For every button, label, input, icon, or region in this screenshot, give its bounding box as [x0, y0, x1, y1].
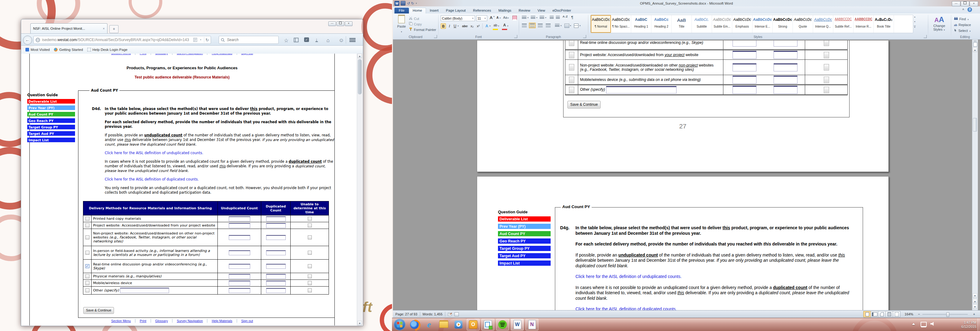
- paragraph-dialog-launcher[interactable]: [583, 35, 586, 38]
- font-color-button[interactable]: A: [502, 23, 507, 30]
- style-heading1[interactable]: AaBbCHeading 1: [631, 15, 651, 33]
- unduplicated-input[interactable]: [229, 250, 250, 255]
- tab-view[interactable]: View: [534, 8, 549, 13]
- link-help-materials[interactable]: Help Materials: [207, 319, 232, 323]
- start-button[interactable]: [394, 319, 406, 330]
- help-icon[interactable]: ?: [967, 7, 972, 12]
- restore-button[interactable]: [961, 1, 969, 6]
- method-checkbox[interactable]: [86, 217, 89, 221]
- duplicated-input[interactable]: [266, 235, 286, 240]
- zoom-level[interactable]: 164%: [905, 312, 913, 316]
- shrink-font-button[interactable]: A: [496, 16, 499, 19]
- scroll-down-icon[interactable]: ▼: [973, 293, 977, 298]
- grow-font-button[interactable]: A: [490, 15, 492, 20]
- change-case-button[interactable]: Aa▼: [503, 16, 509, 19]
- find-button[interactable]: Find ▼: [954, 16, 969, 21]
- tray-network-icon[interactable]: [921, 322, 927, 327]
- select-button[interactable]: Select ▼: [954, 27, 971, 33]
- unable-checkbox[interactable]: [308, 281, 312, 285]
- numbering-button[interactable]: [531, 16, 535, 19]
- unduplicated-input[interactable]: [229, 235, 250, 240]
- qat-dropdown-icon[interactable]: ▼: [415, 2, 417, 4]
- clear-formatting-icon[interactable]: [512, 16, 517, 21]
- tab-home[interactable]: Home: [409, 8, 426, 13]
- previous-page-icon[interactable]: ▲: [973, 299, 977, 304]
- tray-volume-icon[interactable]: [931, 322, 935, 326]
- bookmark-getting-started[interactable]: Getting Started: [54, 48, 83, 51]
- guide-target-group[interactable]: Target Group PY: [27, 125, 75, 130]
- method-checkbox[interactable]: [86, 281, 89, 285]
- zoom-slider-track[interactable]: [923, 314, 968, 315]
- underline-button[interactable]: U: [452, 23, 458, 29]
- style-intense-reference[interactable]: AABBCCDCIntense R...: [854, 15, 874, 33]
- styles-scroll-up-icon[interactable]: ▲: [914, 16, 916, 18]
- redo-icon[interactable]: ↻: [411, 1, 414, 5]
- unduplicated-input[interactable]: [229, 223, 250, 228]
- scrollbar-thumb[interactable]: [358, 59, 362, 94]
- zoom-slider-thumb[interactable]: [946, 312, 950, 317]
- style-normal[interactable]: AaBbCcDc¶ Normal: [591, 15, 611, 33]
- feedback-smiley-icon[interactable]: ☺: [339, 37, 344, 43]
- bookmark-most-visited[interactable]: Most Visited: [25, 48, 49, 51]
- taskbar-onenote-icon[interactable]: N: [525, 319, 538, 330]
- style-intense-emphasis[interactable]: AaBbCcDcIntense E...: [752, 15, 773, 33]
- collapse-ribbon-icon[interactable]: ^: [962, 8, 964, 12]
- split-handle[interactable]: [974, 40, 977, 42]
- unable-checkbox[interactable]: [308, 224, 312, 227]
- unduplicated-input[interactable]: [229, 274, 250, 279]
- clipboard-dialog-launcher[interactable]: [434, 35, 437, 38]
- style-heading2[interactable]: AaBbCcHeading 2: [651, 15, 671, 33]
- guide-deliverable-list[interactable]: Deliverable List: [27, 99, 75, 104]
- reader-mode-icon[interactable]: [193, 38, 197, 42]
- unable-checkbox[interactable]: [308, 264, 312, 268]
- multilevel-list-button[interactable]: [539, 16, 544, 19]
- search-input[interactable]: [226, 37, 274, 42]
- tab-close-icon[interactable]: ×: [103, 27, 105, 30]
- align-center-button[interactable]: [530, 24, 535, 27]
- macro-status-icon[interactable]: [455, 312, 459, 316]
- bookmark-star-icon[interactable]: ☆: [284, 37, 288, 44]
- close-button[interactable]: ×: [345, 21, 353, 26]
- duplicated-input[interactable]: [266, 216, 286, 221]
- link-print[interactable]: Print: [135, 319, 146, 323]
- tab-review[interactable]: Review: [515, 8, 534, 13]
- method-checkbox-checked[interactable]: ✓: [86, 264, 89, 268]
- restore-button[interactable]: [337, 21, 344, 26]
- save-icon[interactable]: [401, 1, 406, 5]
- scroll-up-icon[interactable]: ▲: [973, 48, 977, 52]
- link-survey-navigation[interactable]: Survey Navigation: [172, 54, 203, 55]
- unable-checkbox[interactable]: [308, 251, 312, 255]
- vertical-scrollbar[interactable]: ▲ ▼: [357, 54, 362, 326]
- method-checkbox[interactable]: [86, 224, 89, 227]
- urlbar-dropdown-icon[interactable]: ▼: [200, 39, 202, 41]
- print-layout-view-button[interactable]: [863, 311, 871, 317]
- web-layout-view-button[interactable]: [878, 311, 886, 317]
- link-section-menu[interactable]: Section Menu: [111, 319, 131, 323]
- tab-insert[interactable]: Insert: [426, 8, 442, 13]
- guide-impact-list[interactable]: Impact List: [27, 138, 75, 142]
- link-survey-navigation[interactable]: Survey Navigation: [172, 319, 203, 323]
- back-button[interactable]: ←: [23, 35, 32, 45]
- cut-button[interactable]: Cut: [409, 16, 419, 21]
- minimize-button[interactable]: —: [328, 21, 336, 26]
- undo-icon[interactable]: ↺: [407, 1, 410, 5]
- tray-clock[interactable]: 1:47 PM 6/12/2015: [940, 320, 976, 329]
- taskbar-transfer-app-icon[interactable]: [481, 319, 494, 330]
- method-checkbox[interactable]: [86, 235, 89, 239]
- unable-checkbox[interactable]: [308, 288, 312, 293]
- line-spacing-button[interactable]: [555, 24, 560, 27]
- duplicated-input[interactable]: [266, 250, 286, 255]
- unable-checkbox[interactable]: [308, 235, 312, 239]
- guide-prev-year[interactable]: Prev Year (PY): [27, 106, 75, 110]
- outline-view-button[interactable]: [885, 311, 893, 317]
- bullets-button[interactable]: [522, 16, 527, 19]
- fullscreen-reading-view-button[interactable]: [871, 311, 878, 317]
- unable-checkbox[interactable]: [308, 274, 312, 278]
- increase-indent-button[interactable]: [556, 16, 560, 19]
- unduplicated-input[interactable]: [229, 281, 250, 286]
- style-subtle-reference[interactable]: AABBCCDCSubtle Ref...: [833, 15, 854, 33]
- unable-checkbox[interactable]: [308, 217, 312, 221]
- unduplicated-input[interactable]: [229, 216, 250, 221]
- duplicated-input[interactable]: [266, 264, 286, 269]
- show-paragraph-marks-button[interactable]: ¶: [571, 15, 573, 19]
